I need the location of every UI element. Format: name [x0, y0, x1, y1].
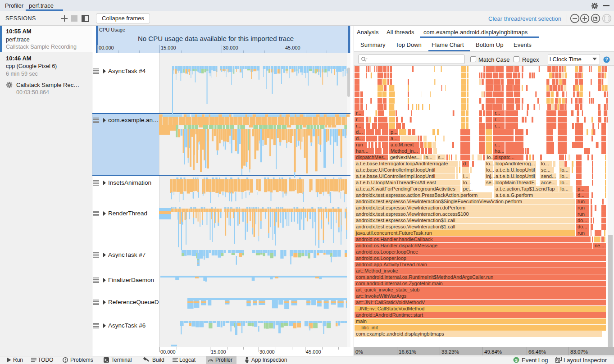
svg-text:r...: r...	[356, 110, 361, 116]
svg-text:run: run	[578, 199, 585, 204]
svg-text:run: run	[578, 230, 585, 236]
svg-text:a.t.e.base.Interrogator.loopAn: a.t.e.base.Interrogator.loopAndInterroga…	[356, 161, 448, 166]
svg-text:se...: se...	[541, 167, 550, 173]
svg-text:in...: in...	[424, 155, 432, 160]
svg-text:androidx.test.espresso.ViewInt: androidx.test.espresso.ViewInteraction.a…	[356, 211, 469, 217]
svg-text:lo...: lo...	[486, 161, 494, 166]
svg-text:send...: send...	[541, 173, 556, 179]
svg-text:do...: do...	[578, 224, 587, 229]
svg-text:p...: p...	[391, 129, 397, 135]
svg-text:android::AndroidRuntime::start: android::AndroidRuntime::start	[356, 312, 423, 318]
svg-text:dispatc...: dispatc...	[495, 155, 514, 160]
svg-text:lo...: lo...	[560, 186, 569, 191]
svg-text:a.t.e.b.U.loopUntil: a.t.e.b.U.loopUntil	[496, 167, 535, 173]
svg-text:acce...: acce...	[541, 180, 555, 185]
svg-text:loopAndInterrog...: loopAndInterrog...	[496, 161, 535, 166]
svg-text:a.t.e.a.K.waitForPendingForegr: a.t.e.a.K.waitForPendingForegroundActivi…	[356, 186, 455, 191]
svg-text:main: main	[356, 318, 367, 324]
svg-text:r...: r...	[356, 117, 361, 122]
svg-text:lo...: lo...	[541, 161, 549, 166]
svg-text:lo...: lo...	[463, 180, 471, 185]
svg-text:java.util.concurrent.FutureTas: java.util.concurrent.FutureTask.run	[355, 230, 432, 236]
svg-text:getNextMes...: getNextMes...	[390, 155, 421, 160]
svg-text:lo...: lo...	[560, 180, 569, 185]
svg-text:lo...: lo...	[560, 173, 569, 179]
svg-text:Method_in...: Method_in...	[391, 148, 418, 154]
svg-text:han...: han...	[356, 148, 368, 154]
svg-text:com.example.android.displaying: com.example.android.displayingbitmaps	[356, 331, 444, 337]
svg-text:a...: a...	[391, 136, 397, 141]
svg-text:_JNIEnv::CallStaticVoidMethod: _JNIEnv::CallStaticVoidMethod	[355, 306, 424, 311]
svg-text:lo...: lo...	[560, 167, 569, 173]
svg-text:lo...: lo...	[486, 167, 494, 173]
svg-text:r...: r...	[495, 123, 500, 128]
svg-text:__libc_init: __libc_init	[355, 325, 378, 330]
svg-text:d...: d...	[356, 129, 363, 135]
svg-text:d...: d...	[578, 192, 584, 198]
svg-text:a.t.e.base.UiControllerImpl.lo: a.t.e.base.UiControllerImpl.loopUntil	[356, 173, 435, 179]
svg-text:a.t.e.b.U.loopUntil: a.t.e.b.U.loopUntil	[496, 173, 535, 179]
svg-text:a.o.M.next: a.o.M.next	[391, 142, 414, 147]
svg-text:p...: p...	[578, 186, 584, 191]
svg-text:art_quick_invoke_static_stub: art_quick_invoke_static_stub	[356, 287, 419, 292]
svg-text:android.os.Handler.handleCallb: android.os.Handler.handleCallback	[356, 237, 433, 242]
svg-text:S: S	[515, 358, 518, 363]
svg-text:r...: r...	[495, 117, 500, 122]
svg-text:se...: se...	[486, 180, 496, 185]
svg-text:androidx.test.espresso.ViewInt: androidx.test.espresso.ViewInteraction$1…	[356, 224, 455, 229]
svg-text:art::Method_invoke: art::Method_invoke	[356, 268, 398, 273]
svg-text:com.android.internal.os.Zygote: com.android.internal.os.ZygoteInit.main	[356, 281, 443, 286]
svg-text:ha...: ha...	[495, 148, 504, 154]
svg-text:a.t.e.a.G.perform: a.t.e.a.G.perform	[496, 192, 533, 198]
svg-text:loopMainThreadF...: loopMainThreadF...	[496, 180, 538, 185]
svg-text:androidx.test.espresso.ViewInt: androidx.test.espresso.ViewInteraction.d…	[356, 205, 465, 210]
svg-text:androidx.test.espresso.ViewInt: androidx.test.espresso.ViewInteraction$1…	[356, 218, 455, 223]
svg-text:a.t.e.action.Tap$1.sendTap: a.t.e.action.Tap$1.sendTap	[496, 186, 555, 191]
svg-text:androidx.test.espresso.action.: androidx.test.espresso.action.PressBackA…	[356, 192, 478, 198]
svg-text:s...: s...	[438, 155, 445, 160]
svg-text:i...: i...	[463, 173, 468, 179]
svg-text:art::InvokeWithVarArgs: art::InvokeWithVarArgs	[356, 293, 407, 299]
svg-text:pe...: pe...	[463, 186, 473, 191]
svg-text:android.app.ActivityThread.mai: android.app.ActivityThread.main	[356, 262, 427, 267]
svg-text:android.os.Handler.dispatchMes: android.os.Handler.dispatchMessage	[356, 243, 437, 248]
svg-text:android.os.Looper.loopOnce: android.os.Looper.loopOnce	[356, 249, 418, 255]
svg-text:r...: r...	[495, 142, 500, 147]
svg-text:art::JNI::CallStaticVoidMethod: art::JNI::CallStaticVoidMethodV	[356, 300, 425, 305]
svg-text:lo...: lo...	[487, 155, 495, 160]
svg-text:androidx.test.espresso.ViewInt: androidx.test.espresso.ViewInteraction$S…	[356, 199, 522, 204]
svg-text:ne...: ne...	[595, 243, 604, 248]
svg-text:r...: r...	[495, 110, 500, 116]
svg-text:inj...: inj...	[486, 173, 495, 179]
svg-text:dispatchMes...: dispatchMes...	[356, 155, 388, 160]
svg-text:com.android.internal.os.Runtim: com.android.internal.os.RuntimeInit$Meth…	[356, 274, 493, 280]
svg-text:a.t.e.base.UiControllerImpl.lo: a.t.e.base.UiControllerImpl.loopUntil	[356, 167, 435, 173]
svg-text:?: ?	[605, 57, 608, 62]
svg-text:do...: do...	[578, 218, 587, 223]
svg-text:d: d	[463, 161, 466, 166]
svg-text:a.t.e.b.U.loopMainThreadForAtL: a.t.e.b.U.loopMainThreadForAtLeast	[356, 180, 436, 185]
svg-text:d...: d...	[356, 136, 363, 141]
svg-text:run: run	[578, 205, 585, 210]
svg-text:run: run	[356, 142, 363, 147]
svg-text:run: run	[578, 211, 585, 217]
svg-text:r...: r...	[356, 123, 361, 128]
svg-text:android.os.Looper.loop: android.os.Looper.loop	[356, 255, 406, 261]
